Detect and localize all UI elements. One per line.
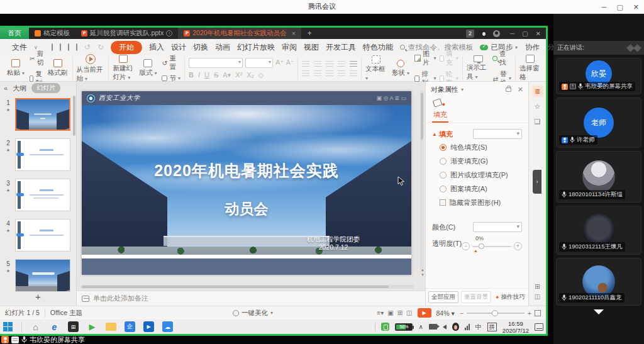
option-picture-fill[interactable]: 图片或纹理填充(P) <box>426 168 528 182</box>
layout-button[interactable]: 版式 ▾ <box>137 59 158 77</box>
user-avatar-icon[interactable] <box>493 30 500 37</box>
sorter-view-icon[interactable]: ⊞ <box>397 309 402 316</box>
slideshow-play-button[interactable]: ▶ <box>418 308 431 318</box>
output-icon[interactable] <box>60 43 61 51</box>
font-shrink-icon[interactable]: A⁻ <box>286 59 294 66</box>
speaker-icon[interactable] <box>443 325 447 330</box>
zoom-slider[interactable]: − + <box>460 309 541 317</box>
new-slide-button[interactable]: 新建幻灯片 ▾ <box>113 55 134 82</box>
present-tools-button[interactable]: 演示工具 ▾ <box>467 55 489 81</box>
horizontal-scrollbar[interactable] <box>80 285 414 289</box>
italic-button[interactable]: I <box>198 71 200 79</box>
option-pattern-fill[interactable]: 图案填充(A) <box>426 182 528 196</box>
start-button[interactable] <box>3 321 13 332</box>
wps-minimize-button[interactable]: ─ <box>510 30 514 37</box>
text-direction-icon[interactable] <box>350 70 357 76</box>
zoom-handle[interactable] <box>492 310 498 316</box>
close-button[interactable]: ✕ <box>633 3 639 11</box>
redo-icon[interactable]: ↻ <box>97 43 104 52</box>
participant-tile-5[interactable]: 19020211110吕鑫龙 <box>556 258 641 306</box>
option-gradient-fill[interactable]: 渐变填充(G) <box>426 154 528 168</box>
vertical-scrollbar[interactable] <box>420 91 424 273</box>
option-hide-background[interactable]: 隐藏背景图形(H) <box>426 196 528 209</box>
option-solid-fill[interactable]: 纯色填充(S) <box>426 140 528 154</box>
fit-window-icon[interactable] <box>535 310 541 316</box>
edge-icon[interactable]: e <box>49 321 60 332</box>
power-plug-icon[interactable] <box>381 323 389 331</box>
participant-tile-4[interactable]: 19020312115王燠凡 <box>556 206 641 255</box>
bold-button[interactable]: B <box>189 71 194 79</box>
tab-home[interactable]: 首页 <box>0 28 29 39</box>
menu-devtools[interactable]: 开发工具 <box>326 42 356 53</box>
transparency-slider[interactable]: 0% − ▲ + <box>462 237 522 250</box>
action-center-icon[interactable] <box>535 323 543 331</box>
slide-thumb-4[interactable]: 4★ <box>4 219 74 252</box>
maximize-button[interactable]: ▢ <box>616 3 623 11</box>
font-color-button[interactable]: A▾ <box>223 71 231 79</box>
fill-tab[interactable]: 填充 <box>432 109 448 123</box>
minimize-button[interactable]: ─ <box>602 3 607 11</box>
minus-button[interactable]: − <box>462 242 470 250</box>
player-icon[interactable]: ▶ <box>87 321 97 332</box>
notes-bar[interactable]: 单击此处添加备注 <box>77 291 425 306</box>
slide-thumb-1[interactable]: 1★ ▂▂▂▂▂▂▂▂▂ <box>4 98 74 131</box>
wps-maximize-button[interactable]: ▢ <box>522 30 528 37</box>
section-collapse-icon[interactable]: ▲ <box>432 131 437 137</box>
store-icon[interactable]: ⊞ <box>68 321 79 332</box>
play-from-current-button[interactable]: 从当前开始 ▾ <box>77 54 105 83</box>
tab-doc1[interactable]: P 延川脱贫调研实践队.pptx i <box>75 28 178 39</box>
textbox-button[interactable]: 文本框 ▾ <box>365 55 387 81</box>
qq-icon[interactable] <box>480 30 487 37</box>
plus-button[interactable]: + <box>514 242 522 250</box>
pane-view-icon[interactable]: ◫ <box>529 292 546 302</box>
font-size-select[interactable] <box>245 58 273 68</box>
superscript-button[interactable]: X² <box>235 71 242 79</box>
star-resource-icon[interactable]: ☆ <box>532 101 543 112</box>
find-button[interactable]: 查找 <box>492 50 511 67</box>
expand-pane-tab[interactable]: › <box>533 170 541 194</box>
netdisk-icon[interactable]: ☁ <box>162 321 173 332</box>
reset-bg-button[interactable]: 重置背景 <box>461 291 491 303</box>
underline-button[interactable]: U <box>204 71 209 79</box>
scroll-down-arrow[interactable] <box>594 309 604 314</box>
print-icon[interactable] <box>68 43 69 51</box>
font-family-select[interactable] <box>189 58 243 68</box>
apply-all-button[interactable]: 全部应用 <box>428 291 458 303</box>
menu-insert[interactable]: 插入 <box>149 42 164 53</box>
format-painter-button[interactable]: 格式刷 <box>47 59 69 77</box>
tray-expand-icon[interactable]: ∧ <box>418 323 423 330</box>
align-right-icon[interactable] <box>326 70 333 76</box>
subscript-button[interactable]: X₂ <box>247 71 254 79</box>
zoom-level[interactable]: 84% ▾ <box>436 309 455 317</box>
chat-icon[interactable] <box>11 336 19 343</box>
command-search[interactable]: 查找命令、搜索模板 <box>400 43 474 52</box>
color-select[interactable] <box>473 222 522 232</box>
zoom-in-icon[interactable]: + <box>528 309 531 317</box>
collab-button[interactable]: 协作 <box>525 43 540 52</box>
normal-view-icon[interactable]: ▣ <box>387 309 393 316</box>
menu-view[interactable]: 视图 <box>304 42 319 53</box>
bullet-list-icon[interactable] <box>302 61 309 67</box>
paste-button[interactable]: 粘贴 ▾ <box>5 59 26 77</box>
cut-button[interactable]: ✂剪切 <box>30 50 44 67</box>
notes-toggle-icon[interactable]: ≡▾ <box>377 309 384 316</box>
slides-tab[interactable]: 幻灯片 <box>31 83 60 93</box>
menu-review[interactable]: 审阅 <box>282 42 297 53</box>
scroll-arrows[interactable]: ▲▼ <box>421 268 425 277</box>
picture-button[interactable]: 图片▾ <box>414 50 436 67</box>
menu-features[interactable]: 特色功能 <box>363 42 393 53</box>
object-properties-icon[interactable]: ≣ <box>532 86 543 97</box>
reset-button[interactable]: ↺重置 <box>162 54 180 72</box>
qq-app-icon[interactable]: 企 <box>125 321 135 332</box>
collapse-panel-icon[interactable]: « <box>4 84 8 92</box>
ime-pinyin[interactable]: 拼 <box>487 323 497 331</box>
beautify-button[interactable]: 一键美化▾ <box>233 309 273 318</box>
clock[interactable]: 16:592020/7/12 <box>502 320 529 334</box>
layers-icon[interactable]: ❏ <box>532 116 543 127</box>
menu-design[interactable]: 设计 <box>171 42 186 53</box>
participant-tile-3[interactable]: 18020101134许斯缊 <box>556 151 641 203</box>
clear-format-button[interactable]: ◇ <box>258 71 264 79</box>
preview-icon[interactable] <box>76 43 77 51</box>
justify-icon[interactable] <box>338 70 345 76</box>
line-spacing-icon[interactable] <box>350 61 357 67</box>
